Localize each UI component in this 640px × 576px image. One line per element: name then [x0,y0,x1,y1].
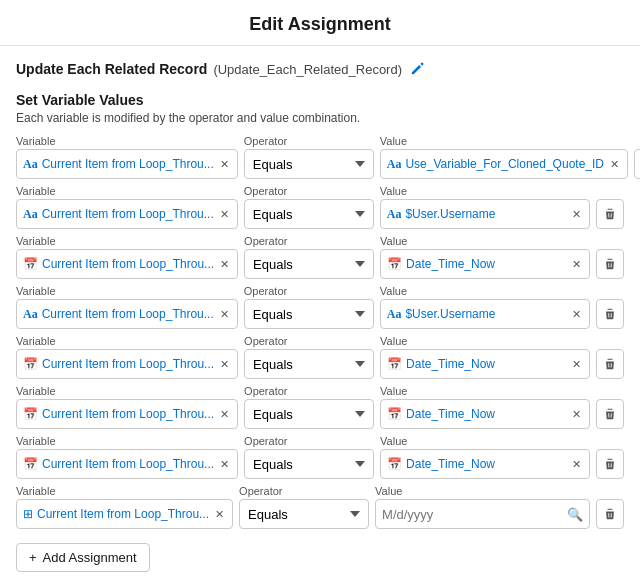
operator-select[interactable]: EqualsDoes Not Equal [244,449,374,479]
value-remove-button[interactable]: ✕ [608,158,621,171]
variable-remove-button[interactable]: ✕ [213,508,226,521]
variable-text: Current Item from Loop_Throu... [42,307,214,321]
variable-group: Variable⊞Current Item from Loop_Throu...… [16,485,233,529]
record-id: (Update_Each_Related_Record) [213,62,402,77]
operator-label: Operator [244,185,374,197]
operator-group: OperatorEqualsDoes Not Equal [244,435,374,479]
table-row: Variable📅Current Item from Loop_Throu...… [16,335,624,379]
value-remove-button[interactable]: ✕ [570,358,583,371]
value-text: $User.Username [405,307,566,321]
calendar-icon: 📅 [387,257,402,271]
table-row: Variable📅Current Item from Loop_Throu...… [16,435,624,479]
variable-pill[interactable]: 📅Current Item from Loop_Throu...✕ [16,349,238,379]
delete-row-button[interactable] [596,499,624,529]
value-label: Value [380,335,590,347]
value-remove-button[interactable]: ✕ [570,408,583,421]
operator-select[interactable]: EqualsDoes Not Equal [244,199,374,229]
operator-group: OperatorEqualsDoes Not Equal [244,335,374,379]
operator-label: Operator [244,235,374,247]
variable-pill[interactable]: 📅Current Item from Loop_Throu...✕ [16,399,238,429]
variable-label: Variable [16,435,238,447]
calendar-icon: 📅 [387,457,402,471]
value-group: ValueAa$User.Username✕ [380,285,590,329]
record-label: Update Each Related Record (Update_Each_… [16,60,624,78]
operator-select[interactable]: EqualsDoes Not Equal [244,299,374,329]
delete-row-button[interactable] [596,299,624,329]
value-label: Value [380,185,590,197]
table-row: VariableAaCurrent Item from Loop_Throu..… [16,185,624,229]
variable-remove-button[interactable]: ✕ [218,308,231,321]
value-input-wrapper: 🔍 [375,499,590,529]
variable-pill[interactable]: 📅Current Item from Loop_Throu...✕ [16,249,238,279]
value-pill[interactable]: Aa$User.Username✕ [380,199,590,229]
delete-row-button[interactable] [634,149,640,179]
add-assignment-label: Add Assignment [43,550,137,565]
variable-pill[interactable]: ⊞Current Item from Loop_Throu...✕ [16,499,233,529]
operator-label: Operator [244,285,374,297]
variable-remove-button[interactable]: ✕ [218,408,231,421]
modal-body: Update Each Related Record (Update_Each_… [0,46,640,576]
variable-remove-button[interactable]: ✕ [218,258,231,271]
variable-pill[interactable]: AaCurrent Item from Loop_Throu...✕ [16,149,238,179]
delete-row-button[interactable] [596,449,624,479]
modal-header: Edit Assignment [0,0,640,46]
variable-remove-button[interactable]: ✕ [218,208,231,221]
value-pill[interactable]: 📅Date_Time_Now✕ [380,449,590,479]
value-pill[interactable]: AaUse_Variable_For_Cloned_Quote_ID✕ [380,149,628,179]
variable-label: Variable [16,335,238,347]
value-pill[interactable]: 📅Date_Time_Now✕ [380,249,590,279]
value-text: Use_Variable_For_Cloned_Quote_ID [405,157,604,171]
variable-label: Variable [16,135,238,147]
variable-pill[interactable]: 📅Current Item from Loop_Throu...✕ [16,449,238,479]
text-icon: Aa [387,157,402,172]
value-pill[interactable]: 📅Date_Time_Now✕ [380,349,590,379]
edit-icon [410,62,424,76]
text-icon: Aa [23,307,38,322]
operator-select[interactable]: EqualsDoes Not Equal [244,399,374,429]
value-remove-button[interactable]: ✕ [570,308,583,321]
variable-remove-button[interactable]: ✕ [218,158,231,171]
variable-remove-button[interactable]: ✕ [218,458,231,471]
delete-row-button[interactable] [596,349,624,379]
value-input[interactable] [382,507,563,522]
calendar-icon: 📅 [23,357,38,371]
plus-icon: + [29,550,37,565]
variable-group: Variable📅Current Item from Loop_Throu...… [16,335,238,379]
edit-assignment-modal: Edit Assignment Update Each Related Reco… [0,0,640,576]
edit-record-button[interactable] [408,60,426,78]
variable-text: Current Item from Loop_Throu... [42,457,214,471]
operator-select[interactable]: EqualsDoes Not Equal [244,349,374,379]
variable-label: Variable [16,385,238,397]
variable-remove-button[interactable]: ✕ [218,358,231,371]
variable-group: VariableAaCurrent Item from Loop_Throu..… [16,135,238,179]
add-assignment-button[interactable]: + Add Assignment [16,543,150,572]
delete-row-button[interactable] [596,399,624,429]
operator-label: Operator [244,335,374,347]
variable-label: Variable [16,285,238,297]
delete-row-button[interactable] [596,249,624,279]
delete-row-button[interactable] [596,199,624,229]
variable-text: Current Item from Loop_Throu... [42,407,214,421]
value-remove-button[interactable]: ✕ [570,458,583,471]
operator-select[interactable]: EqualsDoes Not Equal [239,499,369,529]
table-row: Variable⊞Current Item from Loop_Throu...… [16,485,624,529]
value-remove-button[interactable]: ✕ [570,208,583,221]
trash-icon [603,507,617,521]
variable-pill[interactable]: AaCurrent Item from Loop_Throu...✕ [16,299,238,329]
calendar-icon: 📅 [23,257,38,271]
operator-select[interactable]: EqualsDoes Not Equal [244,249,374,279]
calendar-icon: 📅 [23,407,38,421]
value-pill[interactable]: Aa$User.Username✕ [380,299,590,329]
table-icon: ⊞ [23,507,33,521]
operator-label: Operator [244,135,374,147]
operator-select[interactable]: EqualsDoes Not Equal [244,149,374,179]
value-pill[interactable]: 📅Date_Time_Now✕ [380,399,590,429]
value-group: Value📅Date_Time_Now✕ [380,335,590,379]
value-label: Value [380,435,590,447]
operator-group: OperatorEqualsDoes Not Equal [244,185,374,229]
variable-label: Variable [16,185,238,197]
assignment-rows-container: VariableAaCurrent Item from Loop_Throu..… [16,135,624,529]
table-row: VariableAaCurrent Item from Loop_Throu..… [16,135,624,179]
value-remove-button[interactable]: ✕ [570,258,583,271]
variable-pill[interactable]: AaCurrent Item from Loop_Throu...✕ [16,199,238,229]
